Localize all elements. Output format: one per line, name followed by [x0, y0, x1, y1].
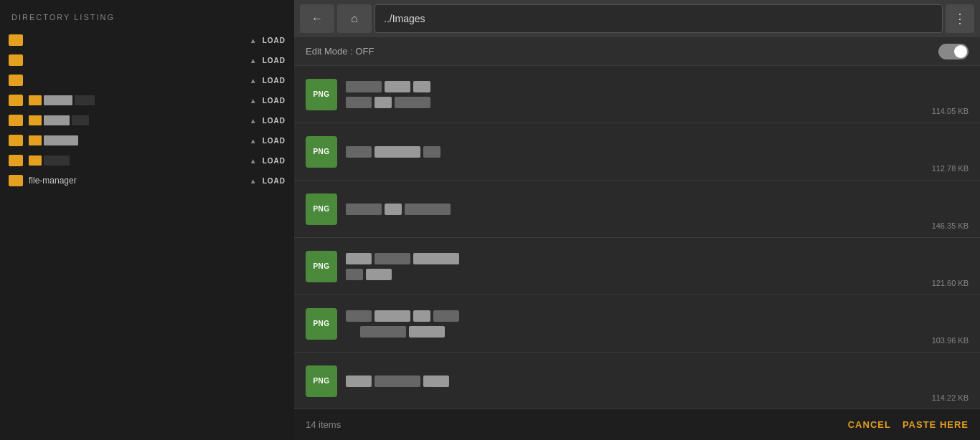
pblk-2a3 [423, 146, 440, 158]
pblk-3a1 [346, 204, 382, 215]
file-preview-2 [346, 146, 903, 158]
load-button-2[interactable]: LOAD [263, 57, 286, 64]
file-size-5: 103.96 KB [911, 336, 969, 345]
pblk-4a3 [413, 253, 459, 264]
toolbar: ← ⌂ ../Images ⋮ [294, 0, 980, 37]
folder-icon-1 [9, 34, 23, 46]
preview-block-7a [29, 156, 42, 166]
preview-row-5a [346, 310, 903, 322]
load-button-3[interactable]: LOAD [263, 77, 286, 85]
file-item-1[interactable]: PNG 114.05 KB [294, 66, 980, 123]
pblk-1a1 [346, 81, 382, 92]
preview-row-2a [346, 146, 903, 158]
item-controls-1: ▲ LOAD [250, 37, 286, 44]
chevron-icon-5: ▲ [250, 117, 257, 125]
sidebar: DIRECTORY LISTING ▲ LOAD ▲ LOAD ▲ LOAD [0, 0, 294, 440]
sidebar-title: DIRECTORY LISTING [0, 7, 294, 30]
toggle-knob [954, 45, 967, 58]
preview-block-4b [44, 95, 72, 105]
preview-block-6a [29, 135, 42, 145]
item-controls-3: ▲ LOAD [250, 77, 286, 85]
load-button-1[interactable]: LOAD [263, 37, 286, 44]
load-button-4[interactable]: LOAD [263, 97, 286, 105]
chevron-icon-2: ▲ [250, 57, 257, 64]
folder-icon-4 [9, 95, 23, 106]
sidebar-item-6[interactable]: ▲ LOAD [0, 130, 294, 150]
back-button[interactable]: ← [300, 4, 334, 33]
file-item-5[interactable]: PNG 103.96 KB [294, 295, 980, 353]
item-controls-8: ▲ LOAD [250, 177, 286, 185]
more-icon: ⋮ [953, 11, 966, 27]
file-item-2[interactable]: PNG 112.78 KB [294, 123, 980, 181]
chevron-icon-7: ▲ [250, 157, 257, 165]
sidebar-item-4[interactable]: ▲ LOAD [0, 90, 294, 110]
home-button[interactable]: ⌂ [337, 4, 372, 33]
item-controls-5: ▲ LOAD [250, 117, 286, 125]
file-badge-1: PNG [306, 79, 337, 110]
pblk-4a2 [374, 253, 410, 264]
preview-block-5b [44, 115, 70, 125]
edit-mode-bar: Edit Mode : OFF [294, 37, 980, 66]
load-button-6[interactable]: LOAD [263, 137, 286, 145]
file-size-2: 112.78 KB [911, 164, 969, 173]
file-badge-5: PNG [306, 308, 337, 340]
folder-icon-3 [9, 75, 23, 86]
file-badge-4: PNG [306, 251, 337, 282]
load-button-5[interactable]: LOAD [263, 117, 286, 125]
pblk-4b2 [366, 269, 392, 280]
pblk-1b3 [395, 97, 430, 108]
bottom-actions: CANCEL PASTE HERE [848, 419, 969, 430]
preview-block-7b [44, 156, 70, 166]
pblk-6a2 [374, 376, 420, 387]
file-item-3[interactable]: PNG 146.35 KB [294, 181, 980, 238]
preview-block-6b [44, 135, 78, 145]
file-item-4[interactable]: PNG 121.60 KB [294, 238, 980, 295]
pblk-2a1 [346, 146, 372, 158]
pblk-5b1 [360, 326, 406, 338]
chevron-icon-1: ▲ [250, 37, 257, 44]
path-bar[interactable]: ../Images [374, 4, 943, 33]
item-preview-5 [29, 115, 244, 125]
item-preview-6 [29, 135, 244, 145]
sidebar-item-file-manager[interactable]: file-manager ▲ LOAD [0, 171, 294, 191]
paste-here-button[interactable]: PASTE HERE [903, 419, 969, 430]
file-preview-6 [346, 376, 903, 387]
pblk-1a2 [385, 81, 410, 92]
preview-row-4b [346, 269, 903, 280]
more-button[interactable]: ⋮ [946, 4, 974, 33]
load-button-8[interactable]: LOAD [263, 177, 286, 185]
pblk-4a1 [346, 253, 372, 264]
load-button-7[interactable]: LOAD [263, 157, 286, 165]
file-badge-2: PNG [306, 136, 337, 168]
item-name-8: file-manager [29, 176, 244, 186]
item-controls-7: ▲ LOAD [250, 157, 286, 165]
back-icon: ← [311, 12, 323, 25]
sidebar-item-5[interactable]: ▲ LOAD [0, 110, 294, 130]
cancel-button[interactable]: CANCEL [848, 419, 891, 430]
preview-row-1b [346, 97, 903, 108]
item-controls-2: ▲ LOAD [250, 57, 286, 64]
preview-row-5b [346, 326, 903, 338]
pblk-3a3 [405, 204, 451, 215]
file-preview-1 [346, 81, 903, 108]
home-icon: ⌂ [351, 12, 358, 25]
pblk-2a2 [374, 146, 420, 158]
sidebar-item-2[interactable]: ▲ LOAD [0, 50, 294, 70]
file-size-6: 114.22 KB [911, 393, 969, 402]
pblk-3a2 [385, 204, 402, 215]
main-panel: ← ⌂ ../Images ⋮ Edit Mode : OFF PNG [294, 0, 980, 440]
file-size-3: 146.35 KB [911, 221, 969, 230]
chevron-icon-6: ▲ [250, 137, 257, 145]
sidebar-item-1[interactable]: ▲ LOAD [0, 30, 294, 50]
sidebar-item-7[interactable]: ▲ LOAD [0, 150, 294, 171]
preview-row-1a [346, 81, 903, 92]
pblk-1b2 [374, 97, 392, 108]
bottom-bar: 14 items CANCEL PASTE HERE [294, 408, 980, 440]
pblk-6a1 [346, 376, 372, 387]
edit-mode-toggle[interactable] [938, 44, 969, 59]
file-item-6[interactable]: PNG 114.22 KB [294, 353, 980, 408]
sidebar-item-3[interactable]: ▲ LOAD [0, 70, 294, 90]
pblk-5a4 [433, 310, 459, 322]
path-text: ../Images [384, 13, 425, 24]
file-badge-3: PNG [306, 193, 337, 225]
